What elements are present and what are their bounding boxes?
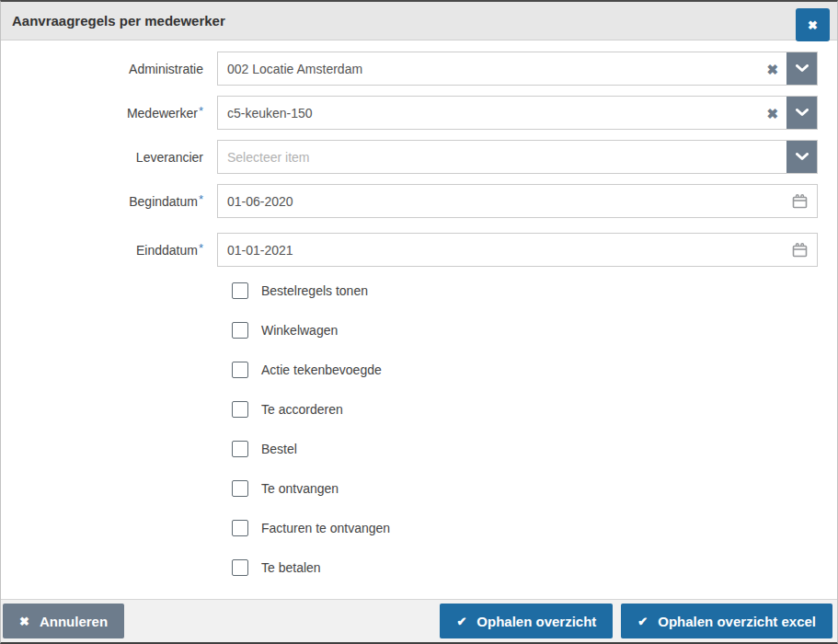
close-button[interactable]: ✖ xyxy=(796,8,830,41)
checkbox-label: Bestelregels tonen xyxy=(261,283,368,298)
cancel-x-icon: ✖ xyxy=(19,615,29,627)
einddatum-control xyxy=(217,233,818,267)
leverancier-label: Leverancier xyxy=(1,150,217,165)
begindatum-label: Begindatum* xyxy=(1,194,217,209)
check-icon: ✔ xyxy=(456,615,466,627)
field-row-leverancier: Leverancier xyxy=(1,140,837,174)
calendar-icon[interactable] xyxy=(792,243,808,258)
checkbox-row-te-accorderen: Te accorderen xyxy=(232,400,837,418)
administratie-control: ✖ xyxy=(217,52,818,86)
required-asterisk: * xyxy=(199,104,203,118)
field-row-einddatum: Einddatum* xyxy=(1,233,837,267)
medewerker-clear-icon[interactable]: ✖ xyxy=(766,106,778,120)
te-accorderen-checkbox[interactable] xyxy=(232,401,248,418)
calendar-icon[interactable] xyxy=(792,194,808,209)
einddatum-input[interactable] xyxy=(218,243,817,258)
dialog-body: Administratie ✖ Medewerker* xyxy=(1,40,837,576)
close-icon: ✖ xyxy=(808,18,818,32)
checkbox-label: Te betalen xyxy=(261,560,321,575)
checkbox-row-bestel: Bestel xyxy=(232,440,837,457)
check-icon: ✔ xyxy=(637,615,648,627)
administratie-combobox xyxy=(217,52,818,86)
te-ontvangen-checkbox[interactable] xyxy=(232,480,248,497)
te-betalen-checkbox[interactable] xyxy=(232,559,248,576)
medewerker-control: ✖ xyxy=(217,96,818,130)
ophalen-overzicht-button[interactable]: ✔ Ophalen overzicht xyxy=(440,604,613,638)
checkbox-label: Te ontvangen xyxy=(261,481,339,496)
required-asterisk: * xyxy=(199,192,203,206)
field-row-begindatum: Begindatum* xyxy=(1,184,837,218)
checkbox-row-bestelregels-tonen: Bestelregels tonen xyxy=(232,282,837,299)
checkbox-row-winkelwagen: Winkelwagen xyxy=(232,321,837,339)
medewerker-dropdown-button[interactable] xyxy=(786,97,817,129)
actie-tekenbevoegde-checkbox[interactable] xyxy=(232,362,248,378)
ophalen-overzicht-excel-button[interactable]: ✔ Ophalen overzicht excel xyxy=(621,604,832,638)
begindatum-control xyxy=(217,184,818,218)
dialog-header: Aanvraagregels per medewerker ✖ xyxy=(1,2,837,40)
winkelwagen-checkbox[interactable] xyxy=(232,322,248,339)
field-row-administratie: Administratie ✖ xyxy=(1,52,837,86)
administratie-input[interactable] xyxy=(218,52,786,85)
chevron-down-icon xyxy=(796,153,809,161)
checkbox-group: Bestelregels tonen Winkelwagen Actie tek… xyxy=(1,282,837,576)
checkbox-label: Actie tekenbevoegde xyxy=(261,362,382,377)
bestelregels-tonen-checkbox[interactable] xyxy=(232,282,248,299)
administratie-label: Administratie xyxy=(1,62,217,76)
required-asterisk: * xyxy=(199,241,203,255)
checkbox-label: Te accorderen xyxy=(261,402,343,417)
leverancier-combobox xyxy=(217,140,818,174)
cancel-button[interactable]: ✖ Annuleren xyxy=(3,604,124,638)
chevron-down-icon xyxy=(796,64,809,73)
leverancier-dropdown-button[interactable] xyxy=(786,141,817,173)
leverancier-control xyxy=(217,140,818,174)
administratie-clear-icon[interactable]: ✖ xyxy=(766,62,778,75)
checkbox-row-te-ontvangen: Te ontvangen xyxy=(232,479,837,497)
administratie-dropdown-button[interactable] xyxy=(786,52,817,85)
bestel-checkbox[interactable] xyxy=(232,441,248,457)
chevron-down-icon xyxy=(796,109,809,117)
checkbox-label: Bestel xyxy=(261,442,297,456)
begindatum-datebox xyxy=(217,184,818,218)
leverancier-input[interactable] xyxy=(218,141,786,173)
aanvraagregels-dialog: Aanvraagregels per medewerker ✖ Administ… xyxy=(0,0,838,644)
facturen-te-ontvangen-checkbox[interactable] xyxy=(232,520,248,536)
medewerker-input[interactable] xyxy=(218,97,786,129)
medewerker-label: Medewerker* xyxy=(1,106,217,121)
einddatum-label: Einddatum* xyxy=(1,243,217,258)
einddatum-datebox xyxy=(217,233,818,267)
checkbox-label: Winkelwagen xyxy=(261,323,338,338)
medewerker-combobox xyxy=(217,96,818,130)
begindatum-input[interactable] xyxy=(218,194,817,209)
checkbox-row-actie-tekenbevoegde: Actie tekenbevoegde xyxy=(232,361,837,378)
dialog-footer: ✖ Annuleren ✔ Ophalen overzicht ✔ Ophale… xyxy=(1,599,837,642)
checkbox-label: Facturen te ontvangen xyxy=(261,521,390,535)
dialog-title: Aanvraagregels per medewerker xyxy=(12,13,225,29)
checkbox-row-te-betalen: Te betalen xyxy=(232,558,837,576)
field-row-medewerker: Medewerker* ✖ xyxy=(1,96,837,130)
checkbox-row-facturen-te-ontvangen: Facturen te ontvangen xyxy=(232,519,837,536)
